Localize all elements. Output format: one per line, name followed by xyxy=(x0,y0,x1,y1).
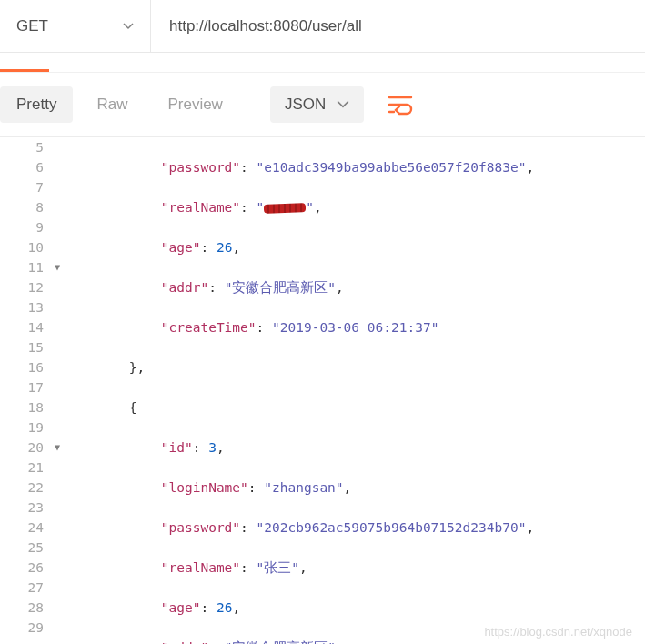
fold-toggle-icon[interactable]: ▼ xyxy=(55,438,60,458)
line-number: 5 xyxy=(0,137,66,157)
line-number: 27 xyxy=(0,578,66,598)
chevron-down-icon xyxy=(337,98,349,111)
wrap-icon xyxy=(388,94,413,116)
fold-toggle-icon[interactable]: ▼ xyxy=(55,257,60,277)
http-method-select[interactable]: GET xyxy=(0,0,151,52)
code-content: "password": "e10adc3949ba99abbe56e057f20… xyxy=(66,137,645,644)
response-body-viewer[interactable]: 5 6 7 8 9 10 11▼ 12 13 14 15 16 17 18 19… xyxy=(0,137,645,644)
watermark-text: https://blog.csdn.net/xqnode xyxy=(484,625,632,639)
line-number: 20▼ xyxy=(0,438,66,458)
chevron-down-icon xyxy=(123,21,134,32)
format-select[interactable]: JSON xyxy=(270,86,364,123)
line-number: 9 xyxy=(0,217,66,237)
line-number: 21 xyxy=(0,458,66,478)
line-number: 16 xyxy=(0,357,66,377)
line-number: 14 xyxy=(0,317,66,337)
tab-pretty[interactable]: Pretty xyxy=(0,86,73,123)
tab-preview[interactable]: Preview xyxy=(151,86,238,123)
line-number: 7 xyxy=(0,177,66,197)
format-label: JSON xyxy=(285,96,326,114)
line-number: 26 xyxy=(0,558,66,578)
line-number: 15 xyxy=(0,337,66,357)
response-view-tabs: Pretty Raw Preview JSON xyxy=(0,73,645,137)
line-number: 6 xyxy=(0,157,66,177)
line-number: 10 xyxy=(0,237,66,257)
line-number: 11▼ xyxy=(0,257,66,277)
line-number: 13 xyxy=(0,297,66,317)
line-number: 17 xyxy=(0,377,66,397)
line-number: 25 xyxy=(0,538,66,558)
line-number-gutter: 5 6 7 8 9 10 11▼ 12 13 14 15 16 17 18 19… xyxy=(0,137,66,644)
wrap-lines-button[interactable] xyxy=(380,86,420,124)
line-number: 23 xyxy=(0,498,66,518)
tab-raw[interactable]: Raw xyxy=(80,86,144,123)
active-tab-indicator xyxy=(0,53,645,73)
line-number: 24 xyxy=(0,518,66,538)
http-method-value: GET xyxy=(16,17,48,35)
line-number: 28 xyxy=(0,598,66,618)
line-number: 18 xyxy=(0,397,66,418)
line-number: 22 xyxy=(0,478,66,498)
line-number: 29 xyxy=(0,618,66,638)
redacted-value xyxy=(264,202,306,215)
line-number: 19 xyxy=(0,418,66,438)
url-input[interactable] xyxy=(151,0,645,52)
line-number: 12 xyxy=(0,277,66,297)
request-bar: GET xyxy=(0,0,645,53)
line-number: 8 xyxy=(0,197,66,217)
